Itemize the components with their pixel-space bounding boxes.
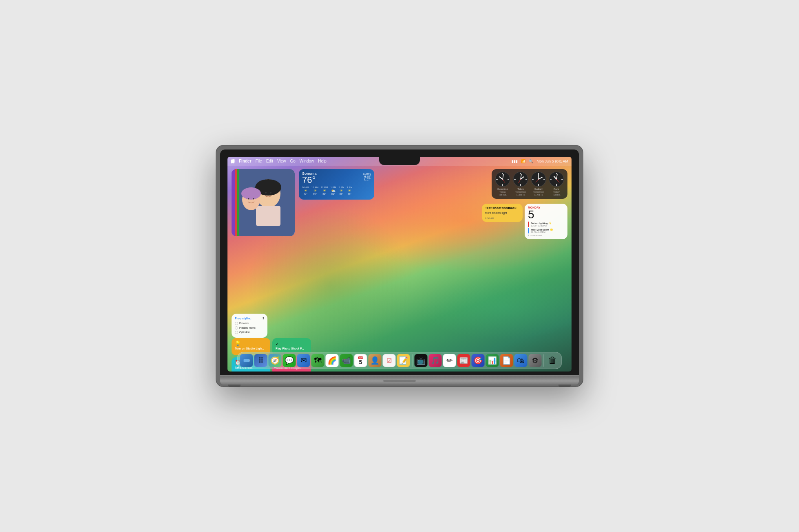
dock-icon-finder[interactable] (240, 354, 253, 367)
clock-cupertino: CupertinoToday+0HRS (495, 171, 510, 197)
reminder-item-1: Flowers (235, 322, 264, 325)
dock-icon-music[interactable]: 🎵 (429, 354, 442, 367)
macbook-chin (227, 372, 572, 375)
notes-body: More ambient light (485, 211, 519, 215)
forecast-11am: 11 AM☀80° (311, 186, 318, 195)
forecast-2pm: 2 PM☀85° (338, 186, 344, 195)
screen-bezel: Finder File Edit View Go Window Help ▮▮▮… (220, 149, 579, 375)
dock-icon-reminders[interactable]: ☑ (383, 354, 396, 367)
dock-icon-calendar[interactable]: JUN 5 (354, 354, 367, 367)
dock-icon-appletv[interactable]: 📺 (415, 354, 428, 367)
notch (379, 157, 420, 165)
tokyo-clock-face (513, 171, 528, 187)
tokyo-label: TokyoTomorrow+16HRS (515, 188, 526, 197)
menu-file[interactable]: File (256, 159, 262, 163)
macbook-screen: Finder File Edit View Go Window Help ▮▮▮… (227, 157, 572, 372)
forecast-1pm: 1 PM⛅81° (330, 186, 336, 195)
dock-icon-news[interactable]: 📰 (457, 354, 470, 367)
desktop: Finder File Edit View Go Window Help ▮▮▮… (227, 157, 572, 372)
apple-logo-icon[interactable] (231, 159, 235, 164)
macbook-feet (220, 385, 579, 387)
dock-icon-freeform[interactable]: ✏ (443, 354, 456, 367)
battery-indicator: ▮▮▮ (512, 159, 518, 163)
dock-icon-keynote[interactable]: 🎯 (472, 354, 485, 367)
dock-icon-systemprefs[interactable]: ⚙ (529, 354, 542, 367)
photo-widget (232, 169, 295, 236)
macbook-container: Finder File Edit View Go Window Help ▮▮▮… (216, 145, 583, 387)
weather-city-name: Sonoma (302, 171, 371, 176)
paris-label: ParisToday+9HRS (552, 188, 561, 197)
dock-icon-contacts[interactable]: 👤 (369, 354, 382, 367)
dock-icon-facetime[interactable]: 📹 (340, 354, 353, 367)
clock-widgets: CupertinoToday+0HRS (492, 169, 567, 199)
svg-rect-10 (232, 169, 235, 236)
dock-icon-appstore[interactable]: 🛍 (514, 354, 528, 367)
svg-point-5 (241, 187, 261, 200)
reminders-count: 3 (263, 317, 264, 320)
menu-edit[interactable]: Edit (266, 159, 273, 163)
dock-icon-messages[interactable]: 💬 (283, 354, 296, 367)
search-icon[interactable]: 🔍 (529, 159, 533, 163)
menubar-menu-items: File Edit View Go Window Help (256, 159, 327, 163)
dock-icon-photos[interactable]: 🌈 (326, 354, 339, 367)
clock-sydney: SydneyTomorrow+17HRS (531, 171, 546, 197)
dock-icon-pages[interactable]: 📄 (500, 354, 513, 367)
finder-app-name: Finder (239, 159, 252, 163)
svg-point-8 (248, 198, 249, 199)
menu-view[interactable]: View (277, 159, 286, 163)
menu-window[interactable]: Window (300, 159, 314, 163)
datetime-display: Mon Jun 5 9:41 AM (536, 159, 568, 163)
calendar-more: 1 more event (528, 234, 564, 237)
forecast-10am: 10 AM☀77° (302, 186, 309, 195)
macbook-trackpad-hint (383, 380, 416, 382)
clock-paris: ParisToday+9HRS (549, 171, 564, 197)
dock-icon-trash[interactable]: 🗑 (546, 354, 559, 367)
menu-help[interactable]: Help (318, 159, 327, 163)
clock-tokyo: TokyoTomorrow+16HRS (513, 171, 528, 197)
macbook-foot-right (558, 385, 571, 387)
weather-temperature: 76° (302, 176, 371, 185)
notes-time: 8:30 AM (485, 217, 519, 220)
svg-rect-11 (235, 169, 237, 236)
svg-point-9 (253, 198, 254, 199)
macbook-base (220, 377, 579, 385)
calendar-day: 5 (528, 209, 564, 220)
calendar-widget: MONDAY 5 Set up lighting ✨ 12:00–12:30PM… (525, 204, 567, 239)
calendar-event-1: Set up lighting ✨ 12:00–12:30PM (528, 222, 564, 227)
shortcut-studio-label: Turn on Studio Ligh... (235, 347, 267, 350)
calendar-event-2: Meet with talent 🌟 12:30–1:00PM (528, 228, 564, 233)
menu-go[interactable]: Go (290, 159, 295, 163)
dock-icon-mail[interactable]: ✉ (297, 354, 310, 367)
cupertino-clock-face (495, 171, 510, 187)
dock-divider (412, 354, 413, 367)
notes-widget: Test shoot feedback More ambient light 8… (482, 204, 523, 222)
dock-icon-launchpad[interactable]: ⠿ (254, 354, 267, 367)
cupertino-label: CupertinoToday+0HRS (497, 188, 508, 197)
menubar-right: ▮▮▮ 📶 🔍 Mon Jun 5 9:41 AM (512, 159, 568, 163)
weather-widget: Sonoma 76° Sunny H:88° L:57° 10 AM☀77° 1… (299, 169, 374, 200)
macbook-foot-left (228, 385, 241, 387)
dock-icon-maps[interactable]: 🗺 (311, 354, 324, 367)
paris-clock-face (549, 171, 564, 187)
dock: ⠿ 🧭 💬 ✉ 🗺 🌈 (237, 352, 562, 369)
sydney-label: SydneyTomorrow+17HRS (533, 188, 544, 197)
svg-rect-3 (256, 206, 280, 226)
reminders-title: Prop styling (235, 317, 251, 320)
dock-divider-2 (544, 354, 544, 367)
svg-point-7 (270, 192, 271, 193)
dock-icon-notes[interactable]: 📝 (397, 354, 410, 367)
dock-icon-numbers[interactable]: 📊 (486, 354, 499, 367)
forecast-3pm: 3 PM☀88° (347, 186, 352, 195)
svg-rect-52 (244, 359, 249, 362)
svg-point-6 (265, 192, 267, 193)
sydney-clock-face (531, 171, 546, 187)
dock-icon-safari[interactable]: 🧭 (269, 354, 282, 367)
reminders-widget: Prop styling 3 Flowers Pleated fabric Cy… (232, 314, 267, 338)
weather-condition: Sunny H:88° L:57° (363, 172, 371, 181)
svg-rect-12 (237, 169, 239, 236)
weather-forecast-row: 10 AM☀77° 11 AM☀80° 12 PM☀81° 1 PM⛅81° 2 (302, 186, 371, 195)
shortcut-photo-label: Play Photo Shoot P... (276, 347, 308, 350)
reminder-item-2: Pleated fabric (235, 326, 264, 330)
wifi-icon: 📶 (521, 159, 525, 163)
notes-title: Test shoot feedback (485, 206, 519, 210)
